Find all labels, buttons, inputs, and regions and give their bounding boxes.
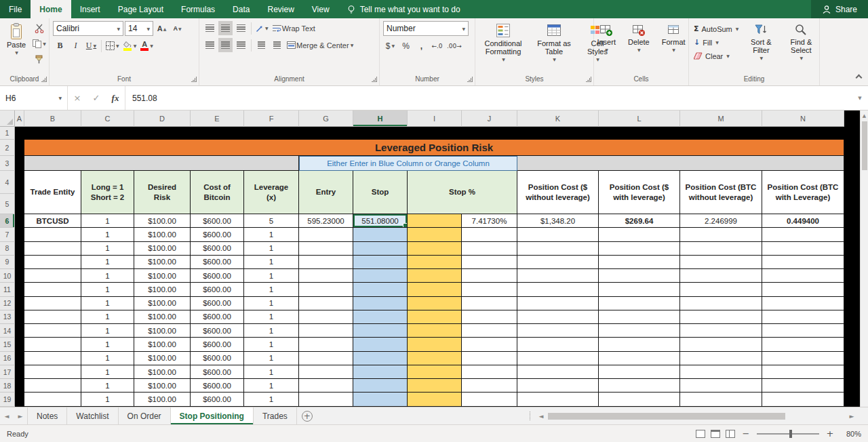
alignment-dialog-launcher[interactable]	[372, 77, 377, 82]
cell-C10[interactable]: 1	[81, 269, 134, 283]
column-header-E[interactable]: E	[191, 110, 244, 127]
cell-D12[interactable]: $100.00	[134, 297, 191, 310]
sheet-tab-notes[interactable]: Notes	[27, 407, 67, 424]
decrease-decimal-button[interactable]: .00→	[446, 39, 463, 53]
header-cell-C[interactable]: Long = 1Short = 2	[81, 171, 134, 214]
cell-D10[interactable]: $100.00	[134, 269, 191, 283]
cell-C12[interactable]: 1	[81, 297, 134, 310]
cell-E13[interactable]: $600.00	[191, 310, 244, 324]
tab-view[interactable]: View	[303, 0, 338, 18]
cell-A2[interactable]	[15, 140, 24, 156]
cell-L6[interactable]: $269.64	[599, 214, 680, 228]
cell-H19[interactable]	[353, 393, 408, 406]
tab-review[interactable]: Review	[258, 0, 302, 18]
cell-E11[interactable]: $600.00	[191, 283, 244, 296]
cell-B13[interactable]	[24, 310, 81, 324]
row-header-19[interactable]: 19	[0, 393, 15, 406]
align-right-button[interactable]	[234, 38, 248, 52]
cell-N16[interactable]	[762, 352, 844, 365]
row-header-10[interactable]: 10	[0, 269, 15, 283]
cell-H10[interactable]	[353, 269, 408, 283]
row-header-6[interactable]: 6	[0, 214, 15, 228]
cell-F6[interactable]: 5	[244, 214, 299, 228]
underline-button[interactable]: U▼	[84, 39, 98, 53]
header-cell-B[interactable]: Trade Entity	[24, 171, 81, 214]
column-header-C[interactable]: C	[81, 110, 134, 127]
row-header-9[interactable]: 9	[0, 256, 15, 269]
copy-button[interactable]: ▼	[31, 37, 47, 51]
italic-button[interactable]: I	[68, 39, 83, 53]
cell-F7[interactable]: 1	[244, 228, 299, 241]
cell-F9[interactable]: 1	[244, 256, 299, 269]
cell-B17[interactable]	[24, 365, 81, 379]
row-header-7[interactable]: 7	[0, 228, 15, 241]
sheet-nav-right-button[interactable]: ►	[14, 407, 27, 424]
collapse-ribbon-button[interactable]	[856, 75, 863, 81]
share-button[interactable]: Share	[811, 0, 868, 18]
cell-B19[interactable]	[24, 393, 81, 406]
cell-E6[interactable]: $600.00	[191, 214, 244, 228]
enter-button[interactable]: ✓	[87, 86, 106, 110]
cell-F18[interactable]: 1	[244, 379, 299, 393]
cell-I7[interactable]	[408, 228, 462, 241]
font-size-select[interactable]: 14▼	[125, 21, 153, 36]
cell-G18[interactable]	[299, 379, 353, 393]
cell-A19[interactable]	[15, 393, 24, 406]
cell-A18[interactable]	[15, 379, 24, 393]
cell-J10[interactable]	[462, 269, 517, 283]
align-top-button[interactable]	[203, 21, 217, 35]
tab-page-layout[interactable]: Page Layout	[109, 0, 172, 18]
insert-function-button[interactable]: fx	[106, 86, 125, 110]
cell-B6[interactable]: BTCUSD	[24, 214, 81, 228]
tab-formulas[interactable]: Formulas	[172, 0, 224, 18]
row-3-left-cells[interactable]	[24, 156, 299, 171]
cell-D13[interactable]: $100.00	[134, 310, 191, 324]
bold-button[interactable]: B	[53, 39, 67, 53]
cell-J13[interactable]	[462, 310, 517, 324]
format-cells-button[interactable]: Format ▼	[658, 21, 689, 74]
cell-M17[interactable]	[680, 365, 762, 379]
cell-C16[interactable]: 1	[81, 352, 134, 365]
cell-G12[interactable]	[299, 297, 353, 310]
cell-B16[interactable]	[24, 352, 81, 365]
cell-J18[interactable]	[462, 379, 517, 393]
column-header-A[interactable]: A	[15, 110, 24, 127]
cell-F14[interactable]: 1	[244, 324, 299, 338]
cell-H7[interactable]	[353, 228, 408, 241]
cell-G14[interactable]	[299, 324, 353, 338]
row-header-12[interactable]: 12	[0, 297, 15, 310]
number-dialog-launcher[interactable]	[467, 77, 473, 82]
horizontal-scroll-thumb[interactable]	[548, 413, 785, 420]
cell-M13[interactable]	[680, 310, 762, 324]
cell-F8[interactable]: 1	[244, 242, 299, 256]
cell-I10[interactable]	[408, 269, 462, 283]
cell-H8[interactable]	[353, 242, 408, 256]
percent-style-button[interactable]: %	[399, 39, 413, 53]
sheet-tab-stop-positioning[interactable]: Stop Positioning	[171, 407, 254, 424]
cell-A16[interactable]	[15, 352, 24, 365]
column-header-L[interactable]: L	[599, 110, 680, 127]
cell-M6[interactable]: 2.246999	[680, 214, 762, 228]
scroll-up-arrow[interactable]: ▲	[863, 110, 866, 121]
zoom-slider-thumb[interactable]	[789, 430, 792, 438]
cell-C19[interactable]: 1	[81, 393, 134, 406]
cell-A4[interactable]	[15, 171, 24, 214]
font-dialog-launcher[interactable]	[191, 77, 197, 82]
cell-K16[interactable]	[517, 352, 599, 365]
row-header-18[interactable]: 18	[0, 379, 15, 393]
cell-H17[interactable]	[353, 365, 408, 379]
column-header-G[interactable]: G	[299, 110, 353, 127]
cell-M19[interactable]	[680, 393, 762, 406]
row-header-3[interactable]: 3	[0, 156, 15, 171]
paste-button[interactable]: Paste ▼	[3, 21, 29, 74]
cell-G9[interactable]	[299, 256, 353, 269]
cell-L11[interactable]	[599, 283, 680, 296]
cut-button[interactable]	[31, 21, 47, 35]
cell-J7[interactable]	[462, 228, 517, 241]
cell-M9[interactable]	[680, 256, 762, 269]
cancel-button[interactable]: ×	[68, 86, 87, 110]
cell-E17[interactable]: $600.00	[191, 365, 244, 379]
decrease-font-size-button[interactable]: A▼	[170, 22, 184, 36]
increase-decimal-button[interactable]: ←.0	[430, 39, 444, 53]
column-header-K[interactable]: K	[517, 110, 599, 127]
